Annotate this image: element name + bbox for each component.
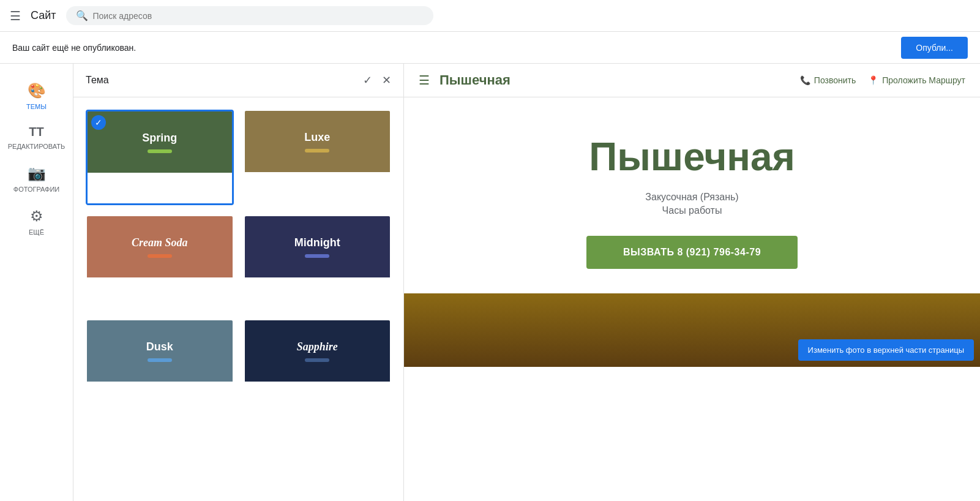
cream-soda-accent-bar: [148, 254, 172, 258]
notification-bar: Ваш сайт ещё не опубликован. Опубли...: [0, 32, 980, 64]
spring-accent-bar: [148, 149, 172, 153]
spring-card-top: Spring: [88, 111, 232, 173]
search-icon: 🔍: [76, 10, 88, 21]
theme-card-luxe[interactable]: Luxe: [244, 110, 392, 205]
sapphire-theme-name: Sapphire: [297, 341, 338, 353]
gear-icon: ⚙: [30, 208, 43, 225]
spring-card-bottom: [88, 173, 232, 203]
theme-panel-header: Тема ✓ ✕: [73, 64, 403, 97]
sapphire-accent-bar: [305, 358, 329, 362]
phone-icon: 📞: [800, 75, 810, 85]
sidebar-label-photos: ФОТОГРАФИИ: [13, 186, 59, 193]
midnight-card-top: Midnight: [245, 216, 391, 277]
cream-soda-theme-name: Cream Soda: [132, 236, 188, 249]
sidebar-item-edit[interactable]: TT РЕДАКТИРОВАТЬ: [0, 119, 73, 156]
map-icon: 📍: [868, 75, 878, 85]
hero-cta-button[interactable]: ВЫЗВАТЬ 8 (921) 796-34-79: [586, 236, 798, 269]
sidebar-item-photos[interactable]: 📷 ФОТОГРАФИИ: [0, 159, 73, 199]
photo-section: Изменить фото в верхней части страницы: [404, 293, 980, 367]
route-link[interactable]: 📍 Проложить Маршрут: [868, 75, 965, 85]
theme-card-spring[interactable]: ✓ Spring: [86, 110, 234, 205]
call-label: Позвонить: [814, 75, 856, 85]
preview-panel: ☰ Пышечная 📞 Позвонить 📍 Проложить Маршр…: [404, 64, 980, 501]
sidebar-label-themes: ТЕМЫ: [26, 103, 47, 110]
sidebar-label-edit: РЕДАКТИРОВАТЬ: [8, 143, 65, 150]
spring-theme-name: Spring: [142, 132, 177, 145]
hero-subtitle: Закусочная (Рязань): [645, 192, 738, 203]
main-area: 🎨 ТЕМЫ TT РЕДАКТИРОВАТЬ 📷 ФОТОГРАФИИ ⚙ Е…: [0, 64, 980, 501]
hero-hours: Часы работы: [662, 205, 722, 216]
publish-button[interactable]: Опубли...: [901, 37, 968, 59]
close-theme-panel-button[interactable]: ✕: [382, 73, 391, 87]
preview-hamburger-icon[interactable]: ☰: [419, 73, 430, 88]
cream-soda-card-bottom: [87, 277, 233, 308]
midnight-theme-name: Midnight: [294, 236, 340, 249]
notification-text: Ваш сайт ещё не опубликован.: [12, 43, 136, 53]
preview-nav-right: 📞 Позвонить 📍 Проложить Маршрут: [800, 75, 965, 85]
theme-card-dusk[interactable]: Dusk: [86, 319, 234, 413]
dusk-theme-name: Dusk: [146, 341, 173, 353]
theme-card-cream-soda[interactable]: Cream Soda: [86, 215, 234, 309]
sidebar-item-more[interactable]: ⚙ ЕЩЁ: [0, 202, 73, 242]
dusk-card-top: Dusk: [87, 320, 233, 382]
luxe-card-bottom: [245, 172, 391, 203]
call-link[interactable]: 📞 Позвонить: [800, 75, 856, 85]
route-label: Проложить Маршрут: [882, 75, 965, 85]
themes-grid: ✓ Spring Luxe Cream Soda: [73, 97, 403, 426]
cream-soda-card-top: Cream Soda: [87, 216, 233, 277]
hero-title: Пышечная: [589, 134, 795, 179]
sapphire-card-top: Sapphire: [245, 320, 391, 382]
camera-icon: 📷: [28, 165, 46, 182]
text-format-icon: TT: [29, 125, 43, 139]
sidebar-item-themes[interactable]: 🎨 ТЕМЫ: [0, 76, 73, 116]
theme-panel-title: Тема: [86, 75, 109, 86]
midnight-card-bottom: [245, 277, 391, 308]
luxe-accent-bar: [305, 149, 329, 153]
change-photo-button[interactable]: Изменить фото в верхней части страницы: [798, 339, 974, 361]
selected-check-icon: ✓: [91, 115, 106, 130]
search-input[interactable]: [93, 11, 424, 21]
dusk-accent-bar: [148, 358, 172, 362]
palette-icon: 🎨: [28, 82, 46, 99]
preview-site-name: Пышечная: [440, 72, 511, 88]
luxe-card-top: Luxe: [245, 111, 391, 172]
theme-panel: Тема ✓ ✕ ✓ Spring Luxe: [73, 64, 404, 501]
midnight-accent-bar: [305, 254, 329, 258]
left-sidebar: 🎨 ТЕМЫ TT РЕДАКТИРОВАТЬ 📷 ФОТОГРАФИИ ⚙ Е…: [0, 64, 73, 501]
theme-card-midnight[interactable]: Midnight: [244, 215, 392, 309]
search-bar: 🔍: [66, 6, 433, 25]
sidebar-label-more: ЕЩЁ: [29, 228, 44, 236]
site-title: Сайт: [31, 9, 56, 22]
header-actions: ✓ ✕: [363, 73, 391, 87]
preview-nav-left: ☰ Пышечная: [419, 72, 511, 88]
luxe-theme-name: Luxe: [304, 131, 330, 144]
sapphire-card-bottom: [245, 382, 391, 412]
hero-section: Пышечная Закусочная (Рязань) Часы работы…: [404, 97, 980, 293]
confirm-theme-button[interactable]: ✓: [363, 73, 372, 87]
theme-card-sapphire[interactable]: Sapphire: [244, 319, 392, 413]
preview-header: ☰ Пышечная 📞 Позвонить 📍 Проложить Маршр…: [404, 64, 980, 97]
hamburger-icon[interactable]: ☰: [10, 9, 21, 23]
dusk-card-bottom: [87, 382, 233, 412]
top-bar: ☰ Сайт 🔍: [0, 0, 980, 32]
